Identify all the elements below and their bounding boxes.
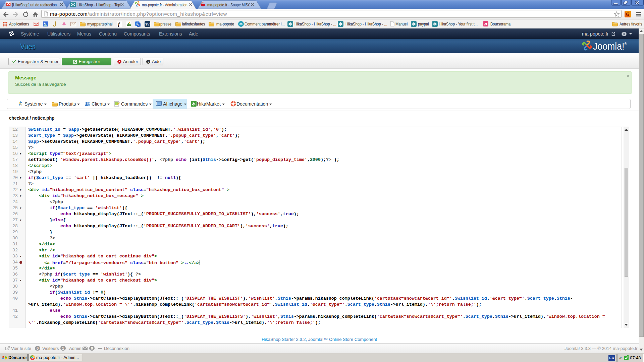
svg-text:文: 文 <box>136 22 139 25</box>
svg-text:TV: TV <box>146 22 150 26</box>
svg-text:?: ? <box>148 60 150 63</box>
